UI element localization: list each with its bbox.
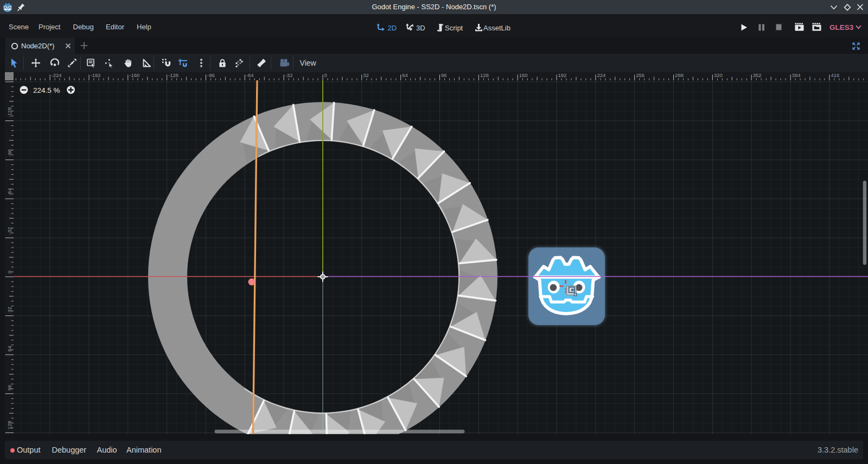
svg-text:288: 288 <box>675 72 684 78</box>
svg-text:384: 384 <box>792 72 801 78</box>
svg-text:160: 160 <box>519 72 528 78</box>
svg-text:-96: -96 <box>7 149 12 157</box>
svg-text:-128: -128 <box>7 107 12 118</box>
svg-text:192: 192 <box>558 72 567 78</box>
svg-text:224: 224 <box>597 72 605 78</box>
svg-text:32: 32 <box>363 72 369 78</box>
svg-text:-64: -64 <box>246 72 254 78</box>
svg-text:-192: -192 <box>91 72 101 78</box>
svg-text:416: 416 <box>831 72 839 78</box>
svg-text:-160: -160 <box>129 72 139 78</box>
svg-text:32: 32 <box>7 307 12 313</box>
svg-text:-224: -224 <box>52 72 62 78</box>
svg-text:128: 128 <box>7 421 12 430</box>
svg-text:352: 352 <box>753 72 762 78</box>
svg-text:320: 320 <box>714 72 723 78</box>
svg-text:128: 128 <box>480 72 489 78</box>
svg-text:64: 64 <box>402 72 408 78</box>
svg-text:-128: -128 <box>168 72 178 78</box>
svg-text:-32: -32 <box>7 227 12 234</box>
svg-text:0: 0 <box>324 72 327 78</box>
svg-text:224.5 %: 224.5 % <box>33 86 60 94</box>
svg-text:96: 96 <box>441 72 447 78</box>
svg-text:-64: -64 <box>7 188 12 196</box>
svg-text:-96: -96 <box>207 72 215 78</box>
svg-text:-32: -32 <box>285 72 293 78</box>
svg-text:96: 96 <box>7 385 12 391</box>
svg-text:64: 64 <box>7 346 12 352</box>
svg-text:256: 256 <box>636 72 644 78</box>
svg-text:0: 0 <box>7 271 12 274</box>
